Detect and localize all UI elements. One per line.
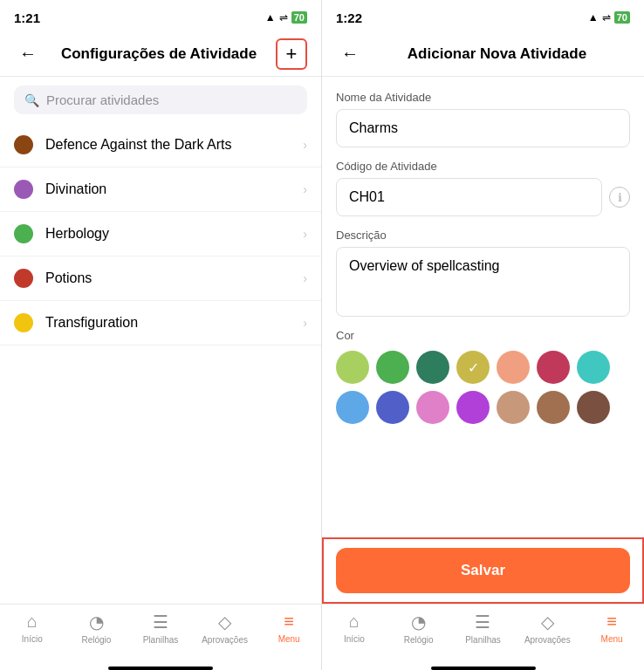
right-aprovacoes-label: Aprovações xyxy=(524,635,571,645)
save-button[interactable]: Salvar xyxy=(336,548,630,593)
activity-item-0[interactable]: Defence Against the Dark Arts › xyxy=(0,123,321,168)
right-status-bar: 1:22 ▲ ⇌ 70 xyxy=(322,0,644,31)
left-time: 1:21 xyxy=(14,10,40,25)
save-area: Salvar xyxy=(322,537,644,604)
form-content: Nome da Atividade Charms Código de Ativi… xyxy=(322,77,644,537)
activity-name-4: Transfiguration xyxy=(45,315,303,331)
relogio-icon: ◔ xyxy=(89,612,104,632)
inicio-icon: ⌂ xyxy=(27,612,38,632)
chevron-icon-0: › xyxy=(303,138,307,152)
left-back-button[interactable]: ← xyxy=(14,40,42,68)
right-time: 1:22 xyxy=(336,10,362,25)
right-tab-planilhas[interactable]: ☰ Planilhas xyxy=(451,612,516,645)
left-tab-aprovacoes[interactable]: ◇ Aprovações xyxy=(193,612,257,645)
activity-dot-1 xyxy=(14,180,33,199)
right-tab-aprovacoes[interactable]: ◇ Aprovações xyxy=(515,612,579,645)
activity-item-2[interactable]: Herbology › xyxy=(0,212,321,256)
name-input[interactable]: Charms xyxy=(336,109,630,147)
right-signal-icon: ▲ xyxy=(588,11,599,24)
right-planilhas-label: Planilhas xyxy=(465,635,501,645)
menu-icon: ≡ xyxy=(284,612,294,632)
activity-dot-3 xyxy=(14,269,33,288)
description-input[interactable]: Overview of spellcasting xyxy=(336,247,630,317)
left-tab-relogio[interactable]: ◔ Relógio xyxy=(65,612,129,645)
left-header-title: Configurações de Atividade xyxy=(42,45,276,63)
right-tab-relogio[interactable]: ◔ Relógio xyxy=(387,612,451,645)
activity-item-3[interactable]: Potions › xyxy=(0,256,321,301)
left-tab-menu[interactable]: ≡ Menu xyxy=(257,612,321,644)
color-swatch-13[interactable] xyxy=(577,391,610,424)
activity-list: Defence Against the Dark Arts › Divinati… xyxy=(0,123,321,604)
left-phone: 1:21 ▲ ⇌ 70 ← Configurações de Atividade… xyxy=(0,0,322,670)
color-swatch-4[interactable] xyxy=(497,351,530,384)
inicio-label: Início xyxy=(22,634,43,644)
color-swatch-3[interactable]: ✓ xyxy=(456,351,490,384)
signal-icon: ▲ xyxy=(265,11,276,24)
left-header: ← Configurações de Atividade + xyxy=(0,31,321,77)
color-label: Cor xyxy=(336,329,630,342)
chevron-icon-2: › xyxy=(303,227,307,241)
activity-name-3: Potions xyxy=(45,270,303,286)
color-swatch-1[interactable] xyxy=(376,351,409,384)
activity-dot-0 xyxy=(14,135,33,154)
right-header: ← Adicionar Nova Atividade xyxy=(322,31,644,77)
right-back-button[interactable]: ← xyxy=(336,40,364,68)
description-label: Descrição xyxy=(336,229,630,242)
color-swatch-0[interactable] xyxy=(336,351,369,384)
right-battery-icon: 70 xyxy=(614,11,630,24)
left-home-indicator xyxy=(0,667,321,670)
activity-name-1: Divination xyxy=(45,181,303,197)
left-status-icons: ▲ ⇌ 70 xyxy=(265,11,307,24)
left-search-bar[interactable]: 🔍 Procurar atividades xyxy=(14,85,307,114)
color-swatch-7[interactable] xyxy=(336,391,369,424)
right-tab-menu[interactable]: ≡ Menu xyxy=(579,612,644,644)
right-relogio-icon: ◔ xyxy=(411,612,426,632)
activity-dot-4 xyxy=(14,313,33,332)
right-phone: 1:22 ▲ ⇌ 70 ← Adicionar Nova Atividade N… xyxy=(322,0,644,670)
code-input[interactable]: CH01 xyxy=(336,178,602,216)
color-swatch-9[interactable] xyxy=(416,391,449,424)
right-tab-inicio[interactable]: ⌂ Início xyxy=(322,612,387,644)
left-add-button[interactable]: + xyxy=(276,38,307,70)
color-swatch-6[interactable] xyxy=(577,351,610,384)
right-tab-bar: ⌂ Início ◔ Relógio ☰ Planilhas ◇ Aprovaç… xyxy=(322,604,644,667)
color-grid: ✓ xyxy=(336,351,630,424)
right-wifi-icon: ⇌ xyxy=(602,11,611,24)
right-home-indicator xyxy=(322,667,644,670)
activity-item-1[interactable]: Divination › xyxy=(0,168,321,212)
relogio-label: Relógio xyxy=(81,635,111,645)
search-placeholder: Procurar atividades xyxy=(46,92,159,107)
left-tab-inicio[interactable]: ⌂ Início xyxy=(0,612,65,644)
planilhas-label: Planilhas xyxy=(143,635,179,645)
activity-name-2: Herbology xyxy=(45,226,303,242)
left-tab-planilhas[interactable]: ☰ Planilhas xyxy=(128,612,193,645)
right-menu-icon: ≡ xyxy=(606,612,617,632)
activity-item-4[interactable]: Transfiguration › xyxy=(0,301,321,345)
right-header-title: Adicionar Nova Atividade xyxy=(364,45,630,63)
color-swatch-5[interactable] xyxy=(537,351,570,384)
chevron-icon-4: › xyxy=(303,316,307,330)
color-swatch-11[interactable] xyxy=(497,391,530,424)
color-swatch-10[interactable] xyxy=(456,391,490,424)
name-label: Nome da Atividade xyxy=(336,91,630,104)
code-label: Código de Atividade xyxy=(336,160,630,173)
color-swatch-8[interactable] xyxy=(376,391,409,424)
info-icon[interactable]: ℹ xyxy=(609,187,630,208)
right-inicio-icon: ⌂ xyxy=(349,612,360,632)
right-relogio-label: Relógio xyxy=(404,635,434,645)
right-menu-label: Menu xyxy=(601,634,623,644)
search-icon: 🔍 xyxy=(24,93,39,107)
chevron-icon-3: › xyxy=(303,271,307,285)
aprovacoes-label: Aprovações xyxy=(202,635,248,645)
menu-label: Menu xyxy=(278,634,300,644)
right-inicio-label: Início xyxy=(344,634,365,644)
color-swatch-12[interactable] xyxy=(537,391,570,424)
activity-dot-2 xyxy=(14,224,33,243)
code-row: CH01 ℹ xyxy=(336,178,630,216)
right-planilhas-icon: ☰ xyxy=(475,612,490,632)
chevron-icon-1: › xyxy=(303,182,307,196)
activity-name-0: Defence Against the Dark Arts xyxy=(45,137,303,153)
left-tab-bar: ⌂ Início ◔ Relógio ☰ Planilhas ◇ Aprovaç… xyxy=(0,604,321,667)
aprovacoes-icon: ◇ xyxy=(218,612,231,632)
color-swatch-2[interactable] xyxy=(416,351,449,384)
